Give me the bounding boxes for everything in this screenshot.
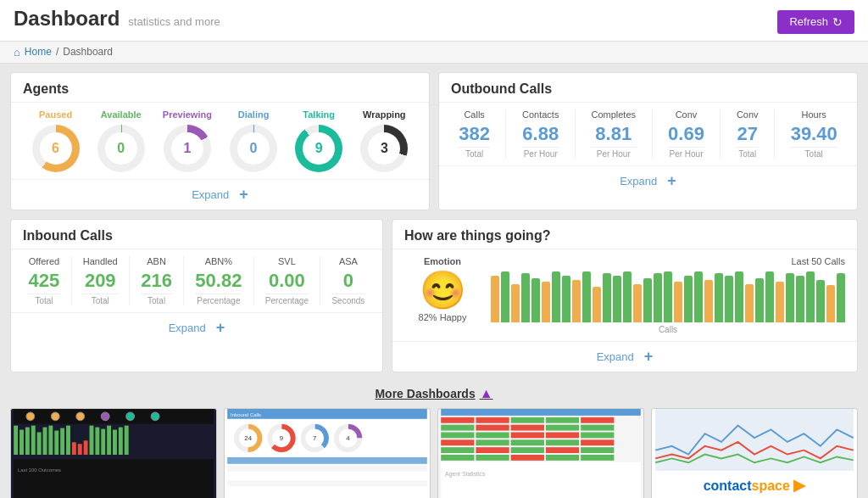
bar xyxy=(776,282,784,322)
svg-rect-62 xyxy=(546,432,579,438)
inbound-footer[interactable]: Expand + xyxy=(11,312,382,343)
svg-text:Inbound Calls: Inbound Calls xyxy=(231,411,261,417)
svg-rect-17 xyxy=(72,442,76,455)
outbound-conv2-value: 27 xyxy=(737,123,759,145)
svg-point-2 xyxy=(51,411,59,420)
thumbnail-1[interactable]: Last 100 Outcomes xyxy=(10,408,217,499)
thumbnail-2[interactable]: Inbound Calls 24 9 7 4 xyxy=(224,408,431,499)
inbound-svl-value: 0.00 xyxy=(265,270,309,292)
outbound-completes-label: Completes xyxy=(591,109,636,120)
agent-previewing-donut: 1 xyxy=(164,125,211,172)
svg-rect-58 xyxy=(581,424,614,430)
bar xyxy=(593,287,601,322)
svg-rect-53 xyxy=(581,417,614,422)
agents-body: Paused 6 Available 0 xyxy=(11,103,429,179)
agents-title: Agents xyxy=(23,81,69,96)
more-dashboards-section: More Dashboards ▲ xyxy=(10,381,858,408)
top-row: Agents Paused 6 Available xyxy=(10,72,858,210)
inbound-svl: SVL 0.00 Percentage xyxy=(265,256,309,305)
agent-previewing: Previewing 1 xyxy=(163,109,212,172)
svg-rect-71 xyxy=(511,447,544,453)
bar xyxy=(806,271,815,322)
bar xyxy=(826,285,835,322)
bottom-row: Inbound Calls Offered 425 Total Handled … xyxy=(10,219,858,372)
svg-rect-66 xyxy=(511,439,544,445)
thumb2-svg: Inbound Calls 24 9 7 4 xyxy=(225,409,430,499)
agents-plus-icon[interactable]: + xyxy=(239,186,248,204)
svg-rect-75 xyxy=(476,455,509,461)
svg-rect-74 xyxy=(441,455,474,461)
bar xyxy=(755,278,764,322)
inbound-handled-label: Handled xyxy=(83,256,118,266)
breadcrumb-separator: / xyxy=(56,46,58,58)
thumbnail-4[interactable]: contactspace ▶ xyxy=(651,408,858,499)
refresh-button[interactable]: Refresh ↻ xyxy=(777,10,854,34)
bar xyxy=(531,278,540,322)
svg-rect-64 xyxy=(441,439,474,445)
outbound-footer[interactable]: Expand + xyxy=(439,165,857,196)
more-dashboards-label: More Dashboards xyxy=(375,387,475,400)
breadcrumb-home[interactable]: Home xyxy=(25,46,52,58)
agents-card: Agents Paused 6 Available xyxy=(10,72,430,210)
svg-rect-57 xyxy=(546,424,579,430)
svg-rect-19 xyxy=(84,440,88,455)
svg-rect-22 xyxy=(101,428,105,454)
bars-container xyxy=(491,271,845,322)
outbound-contacts-label: Contacts xyxy=(522,109,559,120)
bar xyxy=(603,273,611,322)
outbound-conv2: Conv 27 Total xyxy=(737,109,759,159)
things-expand-link[interactable]: Expand xyxy=(597,350,634,363)
thumbnail-3[interactable]: Agent Statistics xyxy=(437,408,644,499)
svg-point-6 xyxy=(151,411,159,420)
svg-rect-44 xyxy=(227,465,427,471)
agent-wrapping: Wrapping 3 xyxy=(360,109,408,172)
inbound-abn: ABN 216 Total xyxy=(141,256,172,305)
bar xyxy=(491,276,499,322)
inbound-card: Inbound Calls Offered 425 Total Handled … xyxy=(10,219,383,372)
svg-rect-46 xyxy=(227,480,427,486)
things-footer[interactable]: Expand + xyxy=(392,341,857,372)
agents-footer[interactable]: Expand + xyxy=(11,179,429,210)
inbound-expand-link[interactable]: Expand xyxy=(169,322,206,334)
outbound-conv1: Conv 0.69 Per Hour xyxy=(668,109,704,159)
inbound-title: Inbound Calls xyxy=(23,228,113,243)
outbound-conv1-sublabel: Per Hour xyxy=(668,147,704,159)
bar xyxy=(623,271,632,322)
outbound-conv2-sublabel: Total xyxy=(737,147,759,159)
outbound-expand-link[interactable]: Expand xyxy=(620,175,657,187)
svg-rect-68 xyxy=(581,439,614,445)
svg-rect-11 xyxy=(37,432,42,455)
svg-rect-25 xyxy=(119,427,123,454)
agent-paused: Paused 6 xyxy=(32,109,80,172)
svg-rect-54 xyxy=(441,424,474,430)
more-dashboards-link[interactable]: More Dashboards ▲ xyxy=(375,386,492,401)
inbound-plus-icon[interactable]: + xyxy=(216,319,225,337)
agent-available-value: 0 xyxy=(117,141,125,156)
agents-expand-link[interactable]: Expand xyxy=(192,188,229,201)
bar xyxy=(837,273,845,322)
svg-rect-12 xyxy=(43,427,47,454)
outbound-conv2-label: Conv xyxy=(737,109,759,120)
svg-rect-0 xyxy=(14,409,214,424)
agent-talking-value: 9 xyxy=(315,141,323,156)
bar xyxy=(562,276,570,322)
inbound-offered-sublabel: Total xyxy=(29,294,60,305)
outbound-plus-icon[interactable]: + xyxy=(667,172,676,190)
svg-rect-47 xyxy=(227,488,427,494)
svg-rect-56 xyxy=(511,424,544,430)
inbound-offered-value: 425 xyxy=(29,270,60,292)
outbound-title: Outbound Calls xyxy=(451,81,552,96)
agent-dialing: Dialing 0 xyxy=(230,109,277,172)
agent-wrapping-label: Wrapping xyxy=(363,109,406,120)
cs-brand: contactspace ▶ xyxy=(704,476,806,495)
bar xyxy=(796,276,804,322)
last50-title: Last 50 Calls xyxy=(491,256,845,266)
svg-text:Last 100 Outcomes: Last 100 Outcomes xyxy=(18,467,61,472)
refresh-label: Refresh xyxy=(789,15,828,28)
outbound-hours-sublabel: Total xyxy=(791,147,837,159)
thumb3-svg: Agent Statistics xyxy=(438,409,643,499)
agent-paused-label: Paused xyxy=(39,109,72,120)
things-plus-icon[interactable]: + xyxy=(644,348,654,366)
inbound-offered-label: Offered xyxy=(29,256,60,266)
svg-point-3 xyxy=(76,411,85,420)
